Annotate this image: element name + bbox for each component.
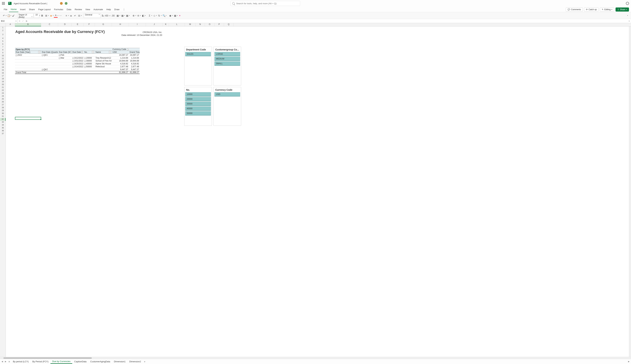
col-header-q[interactable]: Q (224, 23, 234, 26)
sheet-tab[interactable]: CaptionData (73, 360, 88, 364)
paste-button[interactable]: 📋 (7, 14, 11, 18)
row-header[interactable]: 7 (0, 46, 6, 49)
row-header[interactable]: 22 (0, 89, 6, 92)
select-all-corner[interactable] (0, 23, 6, 26)
collapse-icon[interactable]: − (16, 54, 17, 56)
vertical-scrollbar[interactable] (629, 26, 631, 357)
slicer-item[interactable]: LARGE (215, 52, 240, 56)
slicer-item[interactable]: 50000 (185, 111, 211, 116)
tab-insert[interactable]: Insert (18, 7, 27, 12)
sheet-tab[interactable]: CustomerAgingData (89, 360, 112, 364)
slicer-item[interactable]: SMALL (215, 62, 240, 66)
filter-icon[interactable]: ▾ (38, 51, 41, 53)
increase-decimal-button[interactable]: ←.00 (110, 14, 114, 18)
filter-icon[interactable]: ▾ (82, 51, 83, 53)
insert-cells-button[interactable]: ⊕ (132, 14, 136, 18)
tab-file[interactable]: File (2, 7, 9, 12)
row-header[interactable]: 20 (0, 84, 6, 86)
row-header[interactable]: 29 (0, 110, 6, 112)
slicer-item[interactable]: 40000 (185, 106, 211, 111)
slicer-currency[interactable]: Currency Code USD (213, 87, 241, 126)
comments-button[interactable]: 💬 Comments (566, 8, 583, 12)
row-header[interactable]: 15 (0, 69, 6, 72)
sheet-nav-prev[interactable]: ◀ (1, 360, 4, 363)
slicer-item[interactable]: 20000 (185, 97, 211, 101)
font-name-select[interactable]: Segoe UI (Body) ▾ (17, 14, 34, 18)
bold-button[interactable]: B (40, 14, 44, 18)
col-header-e[interactable]: E (72, 23, 84, 26)
slicer-item[interactable]: 30000 (185, 102, 211, 106)
conditional-format-button[interactable]: ▦ (116, 14, 120, 18)
row-header[interactable]: 25 (0, 98, 6, 101)
collapse-icon[interactable]: − (84, 63, 86, 65)
sheet-tab[interactable]: By period (LCY) (11, 360, 30, 364)
cell-styles-button[interactable]: ▦ (125, 14, 129, 18)
tab-automate[interactable]: Automate (92, 7, 105, 12)
row-header[interactable]: 13 (0, 63, 6, 66)
collapse-icon[interactable]: − (84, 60, 86, 62)
row-header[interactable]: 21 (0, 86, 6, 89)
settings-icon[interactable] (626, 2, 629, 5)
row-header[interactable]: 4 (0, 37, 6, 40)
copilot-button[interactable]: ✦ (178, 14, 182, 18)
row-header[interactable]: 10 (0, 54, 6, 58)
tab-formulas[interactable]: Formulas (52, 7, 65, 12)
col-header-b[interactable]: B (15, 23, 41, 26)
row-header[interactable]: 24 (0, 95, 6, 98)
slicer-department[interactable]: Department Code SALES (184, 47, 212, 86)
format-cells-button[interactable]: ◧ (141, 14, 145, 18)
slicer-item[interactable]: 10000 (185, 92, 211, 96)
font-size-select[interactable]: 10 (34, 14, 39, 18)
row-header[interactable]: 26 (0, 101, 6, 104)
col-header-k[interactable]: K (163, 23, 169, 26)
expand-icon[interactable]: + (59, 54, 60, 56)
align-middle-button[interactable]: ≣ (69, 14, 73, 18)
row-header[interactable]: 19 (0, 80, 6, 84)
row-header[interactable]: 11 (0, 58, 6, 60)
col-header-l[interactable]: L (169, 23, 185, 26)
search-box[interactable] (230, 1, 300, 6)
row-header[interactable]: 3 (0, 34, 6, 37)
row-header[interactable]: 9 (0, 52, 6, 54)
tab-review[interactable]: Review (73, 7, 84, 12)
autosum-button[interactable]: Σ (148, 14, 151, 18)
more-font-button[interactable]: ⋯ (59, 14, 62, 18)
slicer-item[interactable]: USD (215, 92, 240, 96)
sheet-scroll-right[interactable]: ▶ (627, 360, 630, 363)
document-title[interactable]: Aged Accounts Receivable Excel ( (14, 2, 47, 5)
tab-draw[interactable]: Draw (113, 7, 121, 12)
collapse-icon[interactable]: − (84, 58, 86, 59)
name-box[interactable]: B32▾ (0, 19, 18, 23)
sheet-tab[interactable]: Dimension1 (112, 360, 127, 364)
tab-home[interactable]: Home (9, 7, 18, 12)
col-header-h[interactable]: H (112, 23, 129, 26)
sheet-tab[interactable]: Dimension2 (128, 360, 143, 364)
collapse-icon[interactable]: − (72, 60, 74, 62)
sort-filter-button[interactable]: ⇅ (157, 14, 161, 18)
tab-view[interactable]: View (84, 7, 92, 12)
horizontal-scrollbar[interactable] (0, 357, 631, 359)
row-header[interactable]: 32 (0, 118, 6, 121)
sheet-tab[interactable]: By Period (FCY) (31, 360, 50, 364)
row-header[interactable]: 16 (0, 72, 6, 75)
pivot-table[interactable]: Open by (FCY) Currency Code ▾ Due Date (… (15, 48, 140, 74)
sheet-nav-next[interactable]: ▶ (4, 360, 7, 363)
autosave-icon[interactable] (65, 2, 68, 5)
row-header[interactable]: 27 (0, 104, 6, 106)
filter-icon[interactable]: ▾ (109, 51, 111, 53)
slicer-item[interactable]: SALES (185, 52, 211, 56)
col-header-a[interactable]: A (6, 23, 15, 26)
align-left-button[interactable]: ≡ (65, 14, 68, 18)
collapse-icon[interactable]: − (42, 54, 43, 56)
borders-button[interactable]: ⊞ (44, 14, 48, 18)
enter-formula-icon[interactable]: ✓ (22, 20, 24, 22)
addins-button[interactable]: ◉ (168, 14, 172, 18)
tab-page-layout[interactable]: Page Layout (37, 7, 52, 12)
col-header-o[interactable]: O (205, 23, 215, 26)
row-header[interactable]: 34 (0, 124, 6, 127)
col-header-d[interactable]: D (58, 23, 72, 26)
merge-button[interactable]: ⊟ (77, 14, 81, 18)
row-header[interactable]: 30 (0, 112, 6, 115)
row-header[interactable]: 36 (0, 130, 6, 132)
filter-icon[interactable]: ▾ (127, 48, 129, 50)
